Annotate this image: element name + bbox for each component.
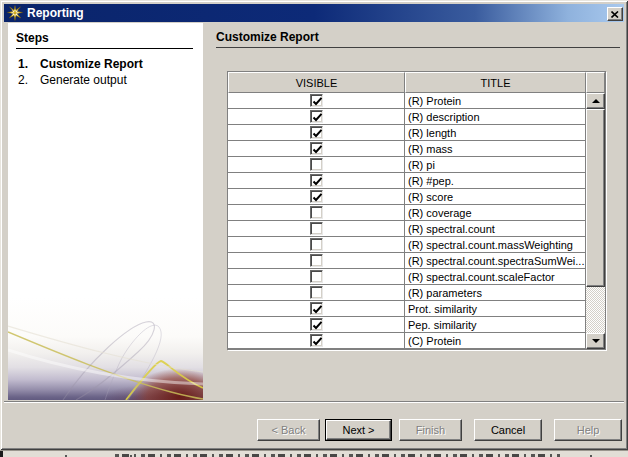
visible-cell — [228, 269, 405, 285]
table-row[interactable]: (R) spectral.count.spectraSumWei... — [228, 253, 605, 269]
checkbox-checked[interactable] — [310, 334, 323, 347]
checkbox-unchecked[interactable] — [310, 158, 323, 171]
cancel-button[interactable]: Cancel — [474, 419, 542, 441]
table-row[interactable]: (R) coverage — [228, 205, 605, 221]
visible-cell — [228, 109, 405, 125]
reporting-dialog: Reporting Steps 1.Customize Report2.Gene… — [0, 0, 628, 450]
report-table: VISIBLE TITLE (R) Protein(R) description… — [227, 71, 606, 350]
table-row[interactable]: (R) mass — [228, 141, 605, 157]
page-title-rule — [216, 47, 620, 48]
table-row[interactable]: (R) spectral.count.scaleFactor — [228, 269, 605, 285]
checkbox-unchecked[interactable] — [310, 238, 323, 251]
table-row[interactable]: (R) Protein — [228, 93, 605, 109]
close-button[interactable] — [607, 7, 623, 21]
scrollbar-thumb[interactable] — [586, 109, 605, 287]
scrollbar-track[interactable] — [586, 287, 605, 333]
step-number: 1. — [8, 57, 40, 71]
step-label: Customize Report — [40, 57, 143, 71]
title-cell[interactable]: (R) spectral.count.scaleFactor — [405, 269, 586, 285]
visible-cell — [228, 317, 405, 333]
title-cell[interactable]: (R) parameters — [405, 285, 586, 301]
visible-cell — [228, 333, 405, 349]
finish-button[interactable]: Finish — [399, 419, 462, 441]
title-cell[interactable]: (R) Protein — [405, 93, 586, 109]
title-cell[interactable]: (R) length — [405, 125, 586, 141]
back-button[interactable]: < Back — [257, 419, 320, 441]
down-arrow-icon — [592, 339, 600, 343]
title-cell[interactable]: (R) score — [405, 189, 586, 205]
steps-panel: Steps 1.Customize Report2.Generate outpu… — [8, 23, 203, 400]
table-row[interactable]: (R) spectral.count — [228, 221, 605, 237]
checkbox-checked[interactable] — [310, 126, 323, 139]
checkbox-unchecked[interactable] — [310, 206, 323, 219]
checkbox-checked[interactable] — [310, 142, 323, 155]
visible-cell — [228, 157, 405, 173]
visible-cell — [228, 141, 405, 157]
visible-cell — [228, 173, 405, 189]
background-mark — [0, 451, 3, 457]
title-cell[interactable]: (R) coverage — [405, 205, 586, 221]
table-row[interactable]: Pep. similarity — [228, 317, 605, 333]
table-row[interactable]: (R) #pep. — [228, 173, 605, 189]
step-label: Generate output — [40, 73, 127, 87]
table-row[interactable]: (R) parameters — [228, 285, 605, 301]
table-row[interactable]: (R) description — [228, 109, 605, 125]
checkbox-checked[interactable] — [310, 318, 323, 331]
checkbox-checked[interactable] — [310, 302, 323, 315]
visible-cell — [228, 221, 405, 237]
table-row[interactable]: (R) score — [228, 189, 605, 205]
checkbox-checked[interactable] — [310, 174, 323, 187]
scrollbar-down-button[interactable] — [586, 333, 605, 349]
column-header-title[interactable]: TITLE — [405, 72, 586, 93]
steps-list: 1.Customize Report2.Generate output — [8, 56, 203, 88]
vertical-scrollbar — [586, 93, 605, 349]
checkbox-checked[interactable] — [310, 190, 323, 203]
visible-cell — [228, 93, 405, 109]
background-window-sliver — [0, 450, 628, 457]
help-button[interactable]: Help — [554, 419, 622, 441]
table-row[interactable]: (R) pi — [228, 157, 605, 173]
visible-cell — [228, 189, 405, 205]
checkbox-checked[interactable] — [310, 110, 323, 123]
steps-heading: Steps — [16, 31, 49, 45]
visible-cell — [228, 237, 405, 253]
steps-rule — [16, 48, 193, 49]
step-item: 2.Generate output — [8, 72, 203, 88]
app-icon — [7, 5, 23, 21]
title-cell[interactable]: (R) mass — [405, 141, 586, 157]
checkbox-unchecked[interactable] — [310, 254, 323, 267]
dialog-content: Steps 1.Customize Report2.Generate outpu… — [4, 22, 624, 401]
visible-cell — [228, 301, 405, 317]
title-cell[interactable]: (R) spectral.count.spectraSumWei... — [405, 253, 586, 269]
title-cell[interactable]: Pep. similarity — [405, 317, 586, 333]
visible-cell — [228, 253, 405, 269]
title-bar[interactable]: Reporting — [4, 4, 624, 22]
table-header: VISIBLE TITLE — [228, 72, 605, 93]
title-cell[interactable]: (R) description — [405, 109, 586, 125]
title-cell[interactable]: (R) spectral.count.massWeighting — [405, 237, 586, 253]
title-cell[interactable]: (R) spectral.count — [405, 221, 586, 237]
title-cell[interactable]: Prot. similarity — [405, 301, 586, 317]
column-header-visible[interactable]: VISIBLE — [228, 72, 405, 93]
title-cell[interactable]: (R) #pep. — [405, 173, 586, 189]
column-header-corner — [586, 72, 605, 93]
visible-cell — [228, 205, 405, 221]
button-bar: < BackNext >FinishCancelHelp — [0, 403, 628, 448]
checkbox-unchecked[interactable] — [310, 222, 323, 235]
table-row[interactable]: Prot. similarity — [228, 301, 605, 317]
decorative-swirl-image — [8, 298, 203, 400]
checkbox-unchecked[interactable] — [310, 286, 323, 299]
window-title: Reporting — [27, 6, 84, 20]
title-cell[interactable]: (R) pi — [405, 157, 586, 173]
title-cell[interactable]: (C) Protein — [405, 333, 586, 349]
up-arrow-icon — [592, 99, 600, 103]
table-row[interactable]: (C) Protein — [228, 333, 605, 349]
table-row[interactable]: (R) length — [228, 125, 605, 141]
table-row[interactable]: (R) spectral.count.massWeighting — [228, 237, 605, 253]
step-item: 1.Customize Report — [8, 56, 203, 72]
scrollbar-up-button[interactable] — [586, 93, 605, 109]
close-icon — [611, 11, 619, 18]
checkbox-checked[interactable] — [310, 94, 323, 107]
next-button[interactable]: Next > — [325, 419, 392, 441]
checkbox-unchecked[interactable] — [310, 270, 323, 283]
